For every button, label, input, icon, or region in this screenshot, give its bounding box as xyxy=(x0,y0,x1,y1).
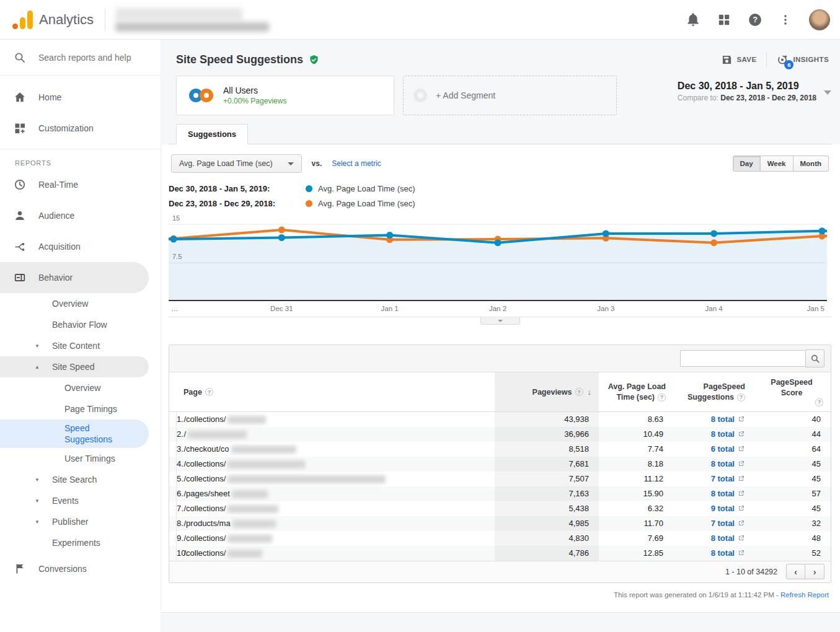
sidebar-item-experiments[interactable]: Experiments xyxy=(0,532,161,553)
sidebar-item-speed-suggestions[interactable]: Speed Suggestions xyxy=(0,419,149,448)
sidebar-item-home[interactable]: Home xyxy=(0,82,161,113)
row-suggestions: 8 total xyxy=(673,486,753,501)
svg-text:Jan 1: Jan 1 xyxy=(381,305,399,312)
column-header-page[interactable]: Page ? xyxy=(176,372,495,412)
suggestions-link[interactable]: 8 total xyxy=(711,459,735,468)
help-icon[interactable]: ? xyxy=(748,13,762,27)
tab-suggestions[interactable]: Suggestions xyxy=(176,124,248,144)
row-score: 57 xyxy=(753,486,831,501)
save-button[interactable]: SAVE xyxy=(722,55,756,65)
sidebar-item-conversions[interactable]: Conversions xyxy=(0,553,161,584)
suggestions-link[interactable]: 6 total xyxy=(711,444,735,454)
sidebar-item-publisher[interactable]: ▼ Publisher xyxy=(0,511,161,532)
flag-icon xyxy=(14,563,26,575)
sidebar-item-audience[interactable]: Audience xyxy=(0,200,161,231)
vs-label: vs. xyxy=(312,159,322,168)
sidebar-item-user-timings[interactable]: User Timings xyxy=(0,448,161,469)
select-metric-link[interactable]: Select a metric xyxy=(332,159,381,168)
legend-range-compare: Dec 23, 2018 - Dec 29, 2018: xyxy=(169,199,300,208)
sidebar-item-customization[interactable]: Customization xyxy=(0,113,161,144)
sidebar-item-behavior[interactable]: Behavior xyxy=(0,262,149,293)
column-header-avg-load-time[interactable]: Avg. Page Load Time (sec)? xyxy=(599,372,673,412)
add-segment-button[interactable]: + Add Segment xyxy=(403,76,617,115)
external-link-icon xyxy=(738,445,745,452)
refresh-report-link[interactable]: Refresh Report xyxy=(780,591,829,599)
sort-desc-icon: ↓ xyxy=(588,387,592,397)
sidebar-item-page-timings[interactable]: Page Timings xyxy=(0,398,161,419)
sidebar-item-acquisition[interactable]: Acquisition xyxy=(0,231,161,262)
table-header-row: Page ? Pageviews ? ↓ xyxy=(169,372,831,412)
sidebar: Search reports and help Home Customizati… xyxy=(0,40,161,632)
more-vertical-icon[interactable] xyxy=(779,14,792,26)
table-search-input[interactable] xyxy=(680,350,805,367)
help-icon[interactable]: ? xyxy=(575,388,583,396)
suggestions-link[interactable]: 9 total xyxy=(711,504,735,513)
column-header-pagespeed-suggestions[interactable]: PageSpeed Suggestions? xyxy=(673,372,753,412)
sidebar-item-site-content[interactable]: ▼ Site Content xyxy=(0,335,161,356)
column-header-pagespeed-score[interactable]: PageSpeed Score ? xyxy=(753,372,831,412)
clock-icon xyxy=(14,178,26,191)
suggestions-link[interactable]: 8 total xyxy=(711,548,735,558)
sidebar-nav: Home Customization REPORTS Real-Time Aud… xyxy=(0,76,161,584)
suggestions-link[interactable]: 7 total xyxy=(711,474,735,483)
row-suggestions: 6 total xyxy=(673,442,753,457)
table-pagination: 1 - 10 of 34292 ‹ › xyxy=(169,561,831,582)
row-pageviews: 7,507 xyxy=(495,472,599,486)
sidebar-item-events[interactable]: ▼ Events xyxy=(0,490,161,511)
table-toolbar xyxy=(169,345,831,372)
suggestions-link[interactable]: 8 total xyxy=(711,415,735,424)
help-icon[interactable]: ? xyxy=(658,393,666,402)
segment-all-users[interactable]: All Users +0.00% Pageviews xyxy=(176,76,394,115)
chevron-down-icon: ▼ xyxy=(35,343,52,349)
analytics-logo-icon[interactable] xyxy=(12,11,33,29)
divider xyxy=(766,52,767,67)
product-name: Analytics xyxy=(39,12,94,28)
help-icon[interactable]: ? xyxy=(815,398,823,406)
sidebar-item-site-speed[interactable]: ▲ Site Speed xyxy=(0,356,149,377)
row-rank: 5. xyxy=(169,472,176,486)
redacted-text xyxy=(231,445,296,454)
granularity-week-button[interactable]: Week xyxy=(761,156,794,172)
insights-button[interactable]: 6 INSIGHTS xyxy=(777,54,829,66)
row-score: 45 xyxy=(753,457,831,472)
help-icon[interactable]: ? xyxy=(205,388,213,396)
acquisition-icon xyxy=(14,240,26,253)
chevron-down-icon: ▼ xyxy=(35,477,52,483)
suggestions-link[interactable]: 7 total xyxy=(711,519,735,528)
chart-expander-button[interactable] xyxy=(480,317,520,325)
suggestions-link[interactable]: 8 total xyxy=(711,489,735,498)
date-compare: Compare to: Dec 23, 2018 - Dec 29, 2018 xyxy=(678,94,816,102)
granularity-month-button[interactable]: Month xyxy=(794,156,829,172)
row-rank: 3. xyxy=(169,442,176,457)
sidebar-item-realtime[interactable]: Real-Time xyxy=(0,169,161,200)
metric-dropdown[interactable]: Avg. Page Load Time (sec) xyxy=(171,154,302,173)
sidebar-search[interactable]: Search reports and help xyxy=(0,40,161,76)
date-range-picker[interactable]: Dec 30, 2018 - Jan 5, 2019 Compare to: D… xyxy=(678,76,831,102)
sidebar-item-site-search[interactable]: ▼ Site Search xyxy=(0,469,161,490)
suggestions-link[interactable]: 8 total xyxy=(711,533,735,543)
sidebar-item-behavior-overview[interactable]: Overview xyxy=(0,293,161,314)
column-header-pageviews[interactable]: Pageviews ? ↓ xyxy=(495,372,599,412)
notifications-bell-icon[interactable] xyxy=(686,13,700,27)
sidebar-item-site-speed-overview[interactable]: Overview xyxy=(0,377,161,398)
home-icon xyxy=(14,91,26,103)
row-pageviews: 5,438 xyxy=(495,501,599,516)
topbar-actions: ? xyxy=(686,9,830,30)
apps-grid-icon[interactable] xyxy=(717,13,731,27)
next-page-button[interactable]: › xyxy=(805,564,825,579)
table-search-button[interactable] xyxy=(805,349,825,367)
suggestions-link[interactable]: 8 total xyxy=(711,429,735,439)
row-score: 52 xyxy=(753,546,831,561)
prev-page-button[interactable]: ‹ xyxy=(786,564,805,579)
svg-text:Jan 4: Jan 4 xyxy=(705,305,723,312)
svg-text:Dec 31: Dec 31 xyxy=(270,305,293,312)
granularity-day-button[interactable]: Day xyxy=(733,156,761,172)
account-selector-redacted[interactable] xyxy=(115,8,269,32)
row-avg-load-time: 11.70 xyxy=(599,516,673,531)
main-content: Site Speed Suggestions SAVE xyxy=(161,40,840,632)
sidebar-item-behavior-flow[interactable]: Behavior Flow xyxy=(0,314,161,335)
row-avg-load-time: 12.85 xyxy=(599,546,673,561)
help-icon[interactable]: ? xyxy=(737,393,745,402)
svg-text:7.5: 7.5 xyxy=(172,253,182,260)
user-avatar[interactable] xyxy=(809,9,830,30)
